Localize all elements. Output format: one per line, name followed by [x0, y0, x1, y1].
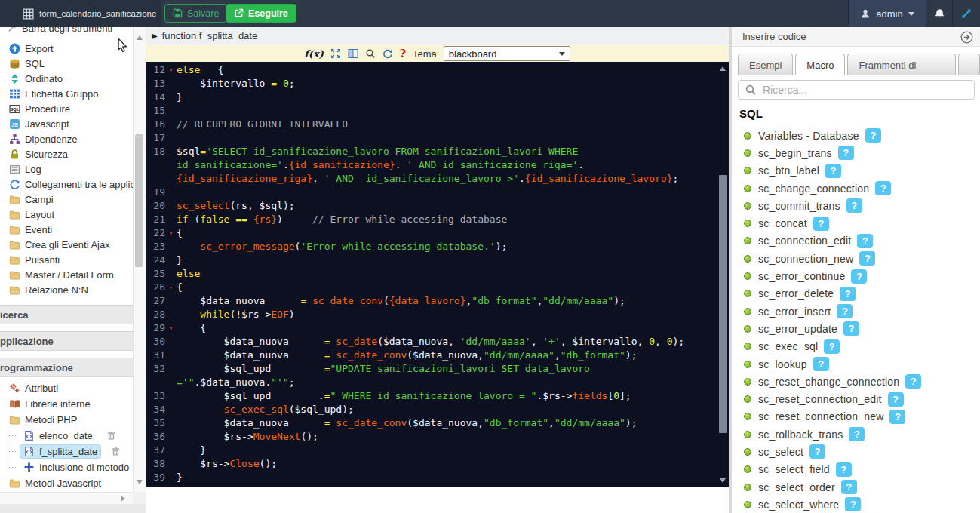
macro-item-label[interactable]: sc_select_order: [758, 481, 835, 493]
scroll-up-arrow[interactable]: [720, 63, 726, 71]
refresh-icon[interactable]: [382, 48, 393, 59]
sidebar-item-layout[interactable]: Layout: [0, 207, 133, 222]
sidebar-item-javascript[interactable]: JSJavascript: [0, 116, 133, 131]
macro-item-sc_reset_connection_new[interactable]: sc_reset_connection_new?: [732, 408, 980, 425]
macro-item-label[interactable]: sc_concat: [758, 217, 807, 229]
help-badge[interactable]: ?: [875, 181, 891, 195]
sidebar-item-sql[interactable]: SQL: [0, 56, 133, 71]
section-applicazione[interactable]: pplicazione: [0, 331, 133, 351]
help-badge[interactable]: ?: [849, 427, 865, 441]
search-icon[interactable]: [365, 48, 376, 59]
macro-item-label[interactable]: Variables - Database: [758, 130, 859, 142]
fold-marker-icon[interactable]: ▾: [165, 63, 177, 77]
macro-item-sc_reset_change_connection[interactable]: sc_reset_change_connection?: [732, 373, 980, 390]
macro-item-sc_commit_trans[interactable]: sc_commit_trans?: [732, 197, 980, 214]
macro-item-variables-database[interactable]: Variables - Database?: [732, 127, 980, 144]
macro-item-sc_reset_connection_edit[interactable]: sc_reset_connection_edit?: [732, 390, 980, 407]
macro-item-label[interactable]: sc_connection_edit: [758, 235, 851, 247]
sidebar-item-pulsanti[interactable]: Pulsanti: [0, 252, 133, 267]
macro-item-label[interactable]: sc_commit_trans: [758, 200, 840, 212]
run-button[interactable]: Eseguire: [226, 4, 296, 23]
help-badge[interactable]: ?: [837, 304, 853, 318]
scroll-down-arrow[interactable]: [720, 478, 726, 486]
section-ricerca[interactable]: icerca: [0, 305, 133, 324]
help-badge[interactable]: ?: [843, 321, 859, 336]
help-badge[interactable]: ?: [865, 128, 881, 143]
macro-item-label[interactable]: sc_connection_new: [758, 253, 853, 265]
fold-marker-icon[interactable]: ▾: [165, 226, 177, 240]
macro-item-sc_change_connection[interactable]: sc_change_connection?: [732, 180, 980, 197]
macro-item-sc_btn_label[interactable]: sc_btn_label?: [732, 162, 980, 180]
tab-esempi[interactable]: Esempi: [738, 54, 793, 75]
help-badge[interactable]: ?: [813, 217, 829, 231]
scrollbar-thumb[interactable]: [135, 134, 143, 267]
help-badge[interactable]: ?: [845, 497, 861, 511]
fullscreen-icon[interactable]: [330, 48, 341, 59]
help-badge[interactable]: ?: [824, 339, 840, 354]
macro-item-sc_select_where[interactable]: sc_select_where?: [732, 496, 980, 513]
macro-item-sc_select_order[interactable]: sc_select_order?: [732, 478, 980, 496]
macro-item-label[interactable]: sc_error_delete: [758, 287, 834, 300]
scrollbar-thumb[interactable]: [719, 175, 727, 433]
macro-item-sc_select[interactable]: sc_select?: [732, 443, 980, 460]
macro-item-label[interactable]: sc_begin_trans: [758, 147, 832, 159]
sidebar-item-barra-degli-strumenti[interactable]: Barra degli strumenti: [0, 27, 133, 41]
help-badge[interactable]: ?: [859, 251, 875, 266]
scroll-up-arrow[interactable]: [137, 32, 143, 40]
help-badge[interactable]: ?: [888, 392, 904, 407]
user-menu[interactable]: admin: [849, 0, 926, 27]
theme-select[interactable]: blackboard: [444, 46, 570, 61]
tab-macro[interactable]: Macro: [795, 54, 845, 75]
macro-item-label[interactable]: sc_btn_label: [758, 164, 819, 177]
help-badge[interactable]: ?: [889, 410, 905, 424]
help-badge[interactable]: ?: [825, 164, 841, 178]
help-badge[interactable]: ?: [840, 287, 856, 301]
code-editor[interactable]: 12▾else {13 $intervallo = 0;14}1516// RE…: [146, 62, 729, 487]
fullscreen-toggle[interactable]: [953, 0, 980, 27]
macro-item-sc_lookup[interactable]: sc_lookup?: [732, 355, 980, 373]
macro-item-label[interactable]: sc_select_field: [758, 463, 830, 475]
sidebar-item-inclusione-di-metodo[interactable]: Inclusione di metodo: [0, 459, 133, 475]
scroll-right-arrow[interactable]: [121, 496, 128, 502]
help-badge[interactable]: ?: [836, 462, 852, 477]
help-badge[interactable]: ?: [857, 234, 873, 248]
macro-item-label[interactable]: sc_exec_sql: [758, 340, 818, 352]
help-badge[interactable]: ?: [905, 374, 921, 389]
macro-item-label[interactable]: sc_error_insert: [758, 306, 831, 318]
search-input[interactable]: [761, 83, 974, 97]
help-badge[interactable]: ?: [838, 146, 854, 160]
sidebar-item-log[interactable]: Log: [0, 161, 133, 177]
sidebar-item-crea-gli-eventi-ajax[interactable]: Crea gli Eventi Ajax: [0, 237, 133, 252]
save-button[interactable]: Salvare: [164, 4, 227, 23]
macro-item-sc_error_insert[interactable]: sc_error_insert?: [732, 303, 980, 320]
help-icon[interactable]: ?: [400, 48, 406, 60]
help-badge[interactable]: ?: [809, 444, 825, 459]
sidebar-item-etichetta-gruppo[interactable]: Etichetta Gruppo: [0, 86, 133, 101]
sidebar-item-collegamenti-tra-le-applicaz[interactable]: Collegamenti tra le applicaz: [0, 177, 133, 192]
help-badge[interactable]: ?: [841, 480, 857, 494]
sidebar-item-dipendenze[interactable]: Dipendenze: [0, 131, 133, 146]
sidebar-item-metodi-php[interactable]: Metodi PHP: [0, 412, 133, 428]
macro-item-label[interactable]: sc_error_continue: [758, 270, 845, 282]
delete-icon[interactable]: [106, 431, 116, 441]
macro-item-sc_connection_edit[interactable]: sc_connection_edit?: [732, 232, 980, 250]
macro-item-label[interactable]: sc_select: [758, 446, 803, 458]
delete-icon[interactable]: [111, 447, 121, 456]
macro-item-label[interactable]: sc_error_update: [758, 323, 837, 335]
sidebar-item-attributi[interactable]: Attributi: [0, 380, 133, 396]
macro-item-label[interactable]: sc_change_connection: [758, 183, 869, 195]
help-badge[interactable]: ?: [846, 198, 862, 213]
code-vertical-scrollbar[interactable]: [718, 63, 727, 486]
sidebar-item-relazione-n-n[interactable]: Relazione N:N: [0, 282, 133, 297]
macro-item-sc_connection_new[interactable]: sc_connection_new?: [732, 250, 980, 267]
macro-item-label[interactable]: sc_reset_change_connection: [758, 376, 899, 388]
fold-marker-icon[interactable]: ▾: [165, 281, 177, 294]
macro-item-sc_begin_trans[interactable]: sc_begin_trans?: [732, 144, 980, 161]
macro-item-sc_rollback_trans[interactable]: sc_rollback_trans?: [732, 425, 980, 443]
macro-item-sc_select_field[interactable]: sc_select_field?: [732, 461, 980, 478]
macro-item-label[interactable]: sc_lookup: [758, 358, 807, 370]
sidebar-item-sicurezza[interactable]: Sicurezza: [0, 146, 133, 161]
macro-item-label[interactable]: sc_rollback_trans: [758, 429, 843, 441]
macro-item-sc_exec_sql[interactable]: sc_exec_sql?: [732, 338, 980, 355]
fold-marker-icon[interactable]: ▾: [165, 321, 177, 335]
